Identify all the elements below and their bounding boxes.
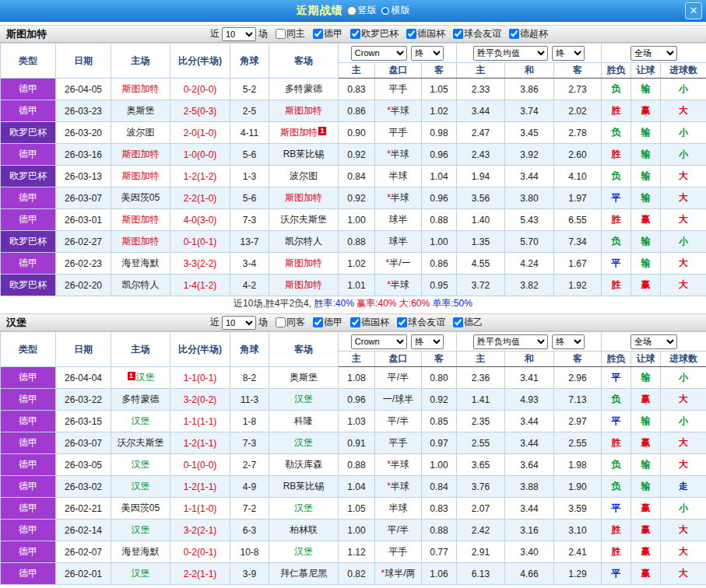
handicap-cell: 球半 [375,209,422,231]
away-team-cell: 汉堡 [269,541,339,563]
away-team-cell: 沃尔夫斯堡 [269,209,339,231]
league-cell: 欧罗巴杯 [1,231,56,253]
away-team-name: 科隆 [294,415,313,426]
col-header-type: 类型 [1,332,56,367]
avg-odds-select[interactable]: 胜平负均值 [473,334,548,349]
checkbox-input[interactable] [313,317,323,327]
avg-home-cell: 2.55 [457,432,505,454]
filter-checkbox-欧罗巴杯[interactable]: 欧罗巴杯 [350,27,399,40]
avg-away-cell: 2.96 [554,367,602,389]
filter-checkbox-德乙[interactable]: 德乙 [453,316,483,329]
avg-home-cell: 3.72 [457,275,505,296]
home-team-name: 多特蒙德 [122,394,160,404]
filter-checkbox-同主[interactable]: 同主 [276,27,305,40]
avg-home-cell: 3.56 [457,187,505,209]
away-odds-cell: 0.92 [422,389,457,411]
away-odds-cell: 0.85 [422,411,457,432]
checkbox-input[interactable] [453,317,463,327]
horizontal-radio-label: 横版 [392,4,410,17]
handicap-cell: *半球 [375,100,422,122]
handicap-cell: *半球 [375,144,422,166]
goals-cell: 大 [661,454,706,476]
home-team-name: 美因茨05 [121,502,160,513]
home-team-name: 奥斯堡 [127,105,155,116]
checkbox-input[interactable] [406,29,416,39]
home-odds-cell: 1.00 [339,520,375,541]
filter-checkbox-球会友谊[interactable]: 球会友谊 [397,316,445,329]
checkbox-input[interactable] [276,29,286,39]
handicap-cell: *半球 [375,476,422,498]
subcol-avg-home: 主 [457,63,505,79]
checkbox-input[interactable] [509,29,519,39]
corners-cell: 5-6 [230,144,269,166]
odds-company-select[interactable]: Crown [351,334,407,349]
away-team-name: 沃尔夫斯堡 [280,214,327,225]
result-scope-select[interactable]: 全场 [630,334,677,349]
match-count-select[interactable]: 10 [222,316,256,330]
filter-checkbox-球会友谊[interactable]: 球会友谊 [453,27,501,40]
avg-away-cell: 7.13 [554,389,602,411]
match-row: 德甲26-02-23海登海默3-3(2-2)3-4斯图加特1.02*半/一0.8… [1,253,706,275]
corners-cell: 4-2 [230,275,269,296]
avg-away-cell: 3.10 [554,520,602,541]
home-odds-cell: 0.91 [339,432,375,454]
checkbox-input[interactable] [350,29,360,39]
checkbox-input[interactable] [313,29,323,39]
away-odds-cell: 0.77 [422,541,457,563]
view-option-horizontal[interactable]: 横版 [381,4,410,17]
odds-time-select[interactable]: 终 [411,334,444,349]
avg-away-cell: 1.67 [554,253,602,275]
checkbox-input[interactable] [350,317,360,327]
result-group-header: 全场 [602,332,706,352]
avg-draw-cell: 3.86 [505,79,554,100]
checkbox-input[interactable] [276,317,286,327]
avg-odds-select[interactable]: 胜平负均值 [473,46,548,61]
checkbox-input[interactable] [397,317,407,327]
filter-checkbox-德甲[interactable]: 德甲 [313,316,342,329]
summary-part: 胜率:40% [314,298,357,309]
close-button[interactable]: ✕ [685,2,702,19]
filter-checkbox-德国杯[interactable]: 德国杯 [350,316,389,329]
vertical-radio[interactable] [347,6,357,16]
away-team-name: 汉堡 [294,394,313,404]
home-team-cell: 奥斯堡 [111,100,170,122]
date-cell: 26-02-07 [56,541,111,563]
avg-away-cell: 3.59 [554,498,602,520]
horizontal-radio[interactable] [381,6,390,16]
outcome-cell: 胜 [602,209,631,231]
avg-time-select[interactable]: 终 [552,46,585,61]
result-scope-select[interactable]: 全场 [630,46,677,61]
col-header-away: 客场 [269,332,339,367]
filter-matches-label: 场 [258,27,268,40]
odds-company-select[interactable]: Crown [351,46,407,61]
filter-checkbox-同客[interactable]: 同客 [276,316,305,329]
avg-home-cell: 3.65 [457,454,505,476]
avg-away-cell: 2.60 [554,144,602,166]
filter-checkbox-德超杯[interactable]: 德超杯 [509,27,548,40]
handicap-cell: 平/半 [375,411,422,432]
filter-checkbox-德国杯[interactable]: 德国杯 [406,27,445,40]
filter-checkbox-德甲[interactable]: 德甲 [313,27,342,40]
corners-cell: 5-2 [230,79,269,100]
away-team-name: 斯图加特 [285,279,322,290]
handicap-result-cell: 输 [631,144,661,166]
home-team-cell: 海登海默 [111,253,170,275]
checkbox-label: 德甲 [324,316,342,329]
team-name: 斯图加特 [6,27,210,41]
away-team-cell: RB莱比锡 [269,476,339,498]
away-team-name: RB莱比锡 [283,149,325,159]
subcol-odds-home: 主 [339,63,375,79]
avg-away-cell: 7.34 [554,231,602,253]
odds-time-select[interactable]: 终 [411,46,444,61]
league-cell: 德甲 [1,367,56,389]
checkbox-input[interactable] [453,29,463,39]
handicap-result-cell: 输 [631,367,661,389]
home-odds-cell: 1.00 [339,209,375,231]
away-odds-cell: 0.98 [422,122,457,144]
match-count-select[interactable]: 10 [222,27,256,41]
avg-time-select[interactable]: 终 [552,334,585,349]
away-odds-cell: 0.97 [422,432,457,454]
view-option-vertical[interactable]: 竖版 [347,4,377,17]
match-row: 欧罗巴杯26-02-20凯尔特人1-4(1-2)4-2斯图加特1.01*半球0.… [1,275,706,296]
home-team-cell: 汉堡 [111,520,170,541]
